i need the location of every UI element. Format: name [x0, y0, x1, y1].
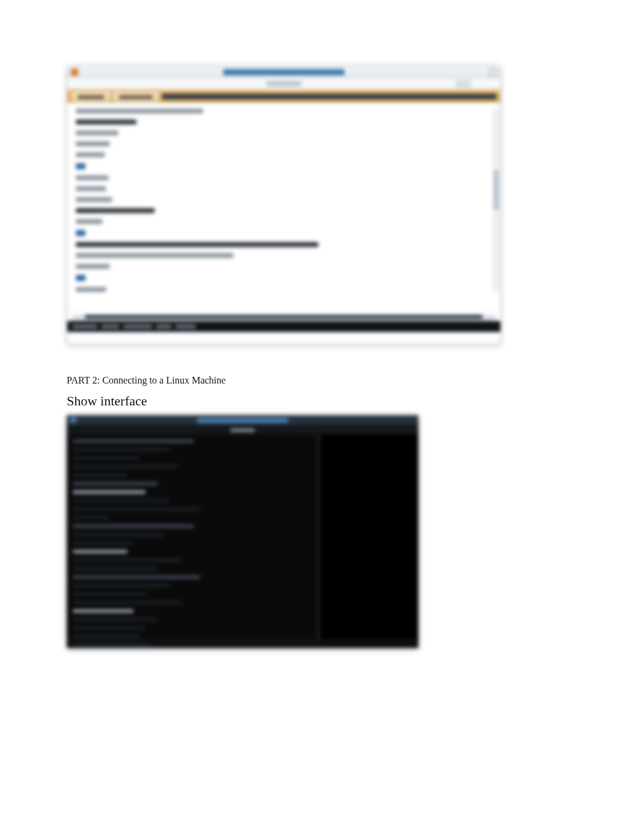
code-line [76, 120, 136, 124]
editor-body [67, 103, 500, 309]
code-line [76, 242, 318, 247]
status-item [175, 325, 196, 328]
terminal-line [73, 456, 139, 460]
window-titlebar [67, 415, 418, 426]
code-line [76, 253, 233, 258]
tab[interactable] [71, 91, 111, 102]
terminal-line [73, 550, 127, 553]
terminal-line [73, 499, 170, 502]
screenshot-ide-window [67, 66, 501, 345]
terminal-right-pane [321, 434, 418, 640]
terminal-line [73, 541, 133, 545]
terminal-line [73, 507, 200, 511]
code-line [76, 275, 86, 281]
status-item [123, 325, 152, 328]
app-icon [71, 69, 78, 76]
status-bar [67, 321, 500, 332]
terminal-line [73, 592, 146, 596]
toolbar-badge [455, 80, 471, 87]
close-icon[interactable] [489, 69, 497, 76]
terminal-line [73, 533, 164, 536]
code-line [76, 186, 106, 191]
tab-label [119, 95, 153, 99]
terminal-line [73, 609, 133, 613]
window-title [197, 418, 288, 423]
terminal-line [73, 448, 170, 451]
menubar-item[interactable] [266, 81, 301, 86]
status-item [101, 325, 119, 328]
code-line [76, 163, 86, 169]
terminal-line [73, 635, 139, 638]
terminal-line [73, 490, 146, 494]
status-item [72, 325, 98, 328]
window-title [223, 69, 344, 75]
terminal-line [73, 567, 158, 570]
code-line [76, 152, 105, 157]
terminal-line [73, 473, 127, 477]
tab-strip [162, 93, 497, 100]
code-line [76, 130, 118, 135]
output-line [72, 315, 495, 321]
window-titlebar [67, 66, 500, 78]
code-line [76, 109, 203, 113]
scrollbar-thumb[interactable] [494, 170, 498, 210]
terminal-line [73, 575, 200, 579]
terminal-line [73, 524, 194, 528]
terminal-body [67, 434, 418, 640]
pane-divider[interactable] [318, 434, 319, 640]
app-icon [70, 417, 76, 423]
section-subheading: Show interface [67, 393, 577, 409]
terminal-line [73, 601, 182, 604]
terminal-line [73, 465, 178, 468]
terminal-line [73, 618, 158, 621]
code-line [76, 141, 110, 146]
window-menubar [67, 78, 500, 89]
tab-label [78, 95, 104, 99]
code-line [76, 230, 86, 236]
screenshot-terminal-window [67, 415, 418, 648]
terminal-line [73, 643, 152, 647]
terminal-tabrow [67, 426, 418, 434]
code-line [76, 208, 155, 213]
tab[interactable] [112, 91, 159, 102]
code-line [76, 197, 112, 202]
section-part-label: PART 2: Connecting to a Linux Machine [67, 375, 577, 386]
terminal-line [73, 439, 194, 443]
terminal-line [73, 516, 109, 519]
scrollbar[interactable] [493, 109, 499, 291]
code-line [76, 219, 102, 224]
tab-bar [67, 89, 500, 103]
code-line [76, 264, 110, 269]
code-line [76, 175, 109, 180]
terminal-line [73, 482, 158, 485]
terminal-line [73, 558, 182, 562]
status-item [156, 325, 172, 328]
terminal-tab[interactable] [230, 428, 255, 432]
code-line [76, 287, 106, 292]
terminal-line [73, 584, 170, 587]
terminal-line [73, 626, 146, 630]
code-block [76, 109, 494, 292]
